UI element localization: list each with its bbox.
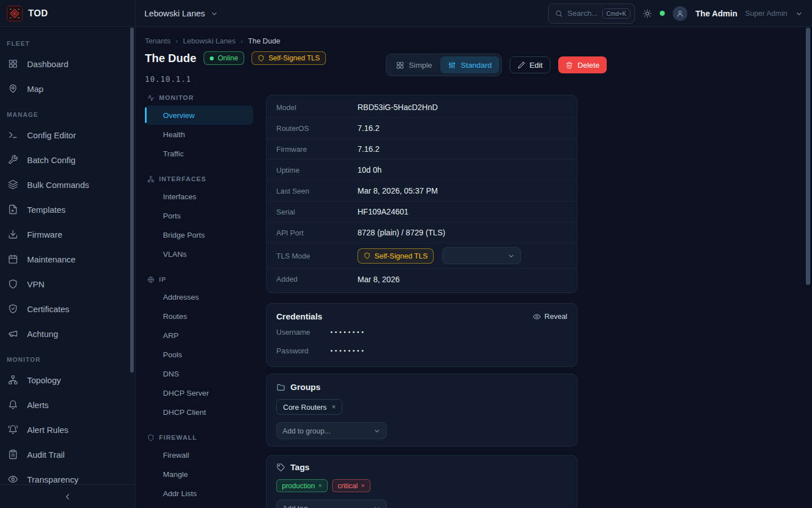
device-subnav: MONITOR Overview Health Traffic INTERFAC… bbox=[145, 93, 253, 508]
shield-icon bbox=[7, 279, 19, 289]
sidebar-collapse-button[interactable] bbox=[0, 484, 135, 508]
subnav-item-conntrack[interactable]: ConnTrack bbox=[145, 503, 253, 508]
view-toggle-standard-label: Standard bbox=[461, 61, 492, 69]
add-tag-select[interactable]: Add tag... bbox=[276, 500, 387, 508]
detail-label: Serial bbox=[276, 208, 358, 216]
credential-masked-value: •••••••• bbox=[330, 329, 366, 335]
detail-row-uptime: Uptime 10d 0h bbox=[267, 160, 577, 181]
detail-label: Added bbox=[276, 275, 358, 283]
subnav-section-interfaces: INTERFACES bbox=[147, 174, 253, 183]
remove-tag-icon[interactable]: × bbox=[361, 483, 364, 489]
subnav-section-firewall: FIREWALL bbox=[147, 433, 253, 442]
subnav-item-mangle[interactable]: Mangle bbox=[145, 465, 253, 484]
subnav-item-interfaces[interactable]: Interfaces bbox=[145, 187, 253, 206]
online-dot-icon bbox=[210, 56, 214, 60]
sidebar-item-config-editor[interactable]: Config Editor bbox=[0, 122, 135, 147]
page-title: The Dude bbox=[145, 52, 196, 65]
subnav-item-pools[interactable]: Pools bbox=[145, 345, 253, 364]
delete-button[interactable]: Delete bbox=[558, 56, 607, 73]
detail-value: Mar 8, 2026, 05:37 PM bbox=[358, 186, 438, 195]
sidebar-item-audit-trail[interactable]: Audit Trail bbox=[0, 442, 135, 467]
detail-value: 7.16.2 bbox=[358, 124, 379, 133]
subnav-item-traffic[interactable]: Traffic bbox=[145, 144, 253, 163]
subnav-item-health[interactable]: Health bbox=[145, 125, 253, 144]
subnav-item-addr-lists[interactable]: Addr Lists bbox=[145, 484, 253, 503]
chevron-left-icon bbox=[63, 492, 72, 501]
sidebar-item-bulk-commands[interactable]: Bulk Commands bbox=[0, 172, 135, 197]
sidebar-item-certificates[interactable]: Certificates bbox=[0, 296, 135, 321]
breadcrumb-tenant[interactable]: Lebowski Lanes bbox=[183, 37, 236, 45]
dashboard-grid-icon bbox=[7, 59, 19, 69]
shield-icon bbox=[258, 55, 264, 62]
view-toggle-simple[interactable]: Simple bbox=[389, 56, 439, 73]
theme-toggle-sun-icon[interactable] bbox=[643, 9, 652, 18]
remove-group-icon[interactable]: × bbox=[332, 404, 336, 410]
breadcrumb-separator: › bbox=[241, 37, 243, 45]
topbar: TOD Lebowski Lanes Search... Cmd+K The A… bbox=[0, 0, 812, 27]
sidebar-item-templates[interactable]: Templates bbox=[0, 197, 135, 222]
tls-mode-select[interactable] bbox=[442, 247, 521, 264]
file-icon bbox=[7, 204, 19, 214]
sidebar-item-topology[interactable]: Topology bbox=[0, 367, 135, 392]
tag-chip-label: critical bbox=[338, 482, 358, 490]
user-menu-chevron-icon[interactable] bbox=[795, 10, 803, 17]
sidebar-section-fleet: FLEET bbox=[7, 40, 135, 47]
search-input[interactable]: Search... Cmd+K bbox=[548, 3, 635, 24]
remove-tag-icon[interactable]: × bbox=[318, 483, 321, 489]
sidebar-item-dashboard[interactable]: Dashboard bbox=[0, 51, 135, 76]
subnav-item-addresses[interactable]: Addresses bbox=[145, 287, 253, 306]
avatar[interactable] bbox=[673, 6, 687, 21]
subnav-item-overview[interactable]: Overview bbox=[145, 106, 253, 125]
sidebar-item-transparency[interactable]: Transparency bbox=[0, 467, 135, 484]
groups-card: Groups Core Routers × Add to group... bbox=[266, 374, 577, 446]
map-pin-icon bbox=[7, 84, 19, 94]
detail-value: HF109A24601 bbox=[358, 207, 408, 216]
sidebar-item-label: Topology bbox=[27, 375, 61, 385]
view-toggle-standard[interactable]: Standard bbox=[440, 56, 499, 73]
calendar-icon bbox=[7, 254, 19, 264]
subnav-item-dns[interactable]: DNS bbox=[145, 364, 253, 383]
subnav-item-dhcp-server[interactable]: DHCP Server bbox=[145, 383, 253, 402]
sidebar-item-alert-rules[interactable]: Alert Rules bbox=[0, 417, 135, 442]
megaphone-icon bbox=[7, 329, 19, 339]
chevron-down-icon bbox=[373, 427, 381, 435]
chevron-down-icon bbox=[210, 10, 218, 17]
sidebar-item-maintenance[interactable]: Maintenance bbox=[0, 247, 135, 271]
subnav-item-ports[interactable]: Ports bbox=[145, 206, 253, 225]
shield-icon bbox=[364, 252, 370, 259]
tag-chip-label: production bbox=[282, 482, 315, 490]
clipboard-icon bbox=[7, 449, 19, 459]
pencil-icon bbox=[518, 62, 525, 69]
edit-button[interactable]: Edit bbox=[510, 56, 550, 73]
device-ip: 10.10.1.1 bbox=[145, 75, 191, 84]
breadcrumb-separator: › bbox=[176, 37, 178, 45]
subnav-item-arp[interactable]: ARP bbox=[145, 326, 253, 345]
detail-row-tls-mode: TLS Mode Self-Signed TLS bbox=[267, 243, 577, 269]
breadcrumb-tenants[interactable]: Tenants bbox=[145, 37, 171, 45]
subnav-item-vlans[interactable]: VLANs bbox=[145, 244, 253, 264]
main-scrollbar[interactable] bbox=[806, 28, 810, 285]
sidebar-item-vpn[interactable]: VPN bbox=[0, 271, 135, 296]
subnav-item-firewall[interactable]: Firewall bbox=[145, 445, 253, 465]
subnav-item-bridge-ports[interactable]: Bridge Ports bbox=[145, 225, 253, 244]
subnav-item-dhcp-client[interactable]: DHCP Client bbox=[145, 402, 253, 422]
sidebar-item-label: Transparency bbox=[27, 475, 78, 484]
user-name: The Admin bbox=[695, 9, 737, 18]
sidebar-item-batch-config[interactable]: Batch Config bbox=[0, 147, 135, 172]
sidebar-item-label: Maintenance bbox=[27, 255, 76, 264]
sidebar-item-firmware[interactable]: Firmware bbox=[0, 222, 135, 247]
sidebar-item-alerts[interactable]: Alerts bbox=[0, 392, 135, 417]
subnav-item-routes[interactable]: Routes bbox=[145, 306, 253, 326]
detail-value: Mar 8, 2026 bbox=[358, 275, 400, 284]
app-logo[interactable]: TOD bbox=[0, 0, 135, 27]
tenant-selector[interactable]: Lebowski Lanes bbox=[135, 0, 218, 27]
add-to-group-select[interactable]: Add to group... bbox=[276, 422, 387, 439]
tags-title-label: Tags bbox=[290, 462, 310, 472]
sidebar-item-achtung[interactable]: Achtung bbox=[0, 321, 135, 346]
tag-chip-critical: critical × bbox=[332, 479, 370, 492]
sidebar-scrollbar[interactable] bbox=[130, 28, 134, 373]
reveal-button[interactable]: Reveal bbox=[533, 312, 567, 321]
sidebar-item-map[interactable]: Map bbox=[0, 76, 135, 101]
sidebar-item-label: Map bbox=[27, 84, 43, 94]
terminal-icon bbox=[7, 130, 19, 140]
